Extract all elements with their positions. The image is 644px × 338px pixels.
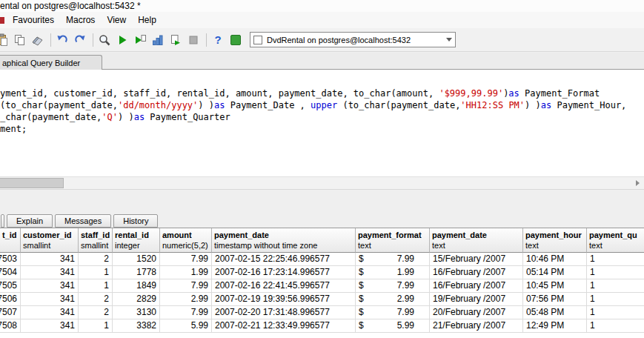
cell[interactable]: 341 [21,293,79,306]
cell[interactable]: 05:48 PM [523,306,587,319]
cell[interactable]: 1778 [113,266,160,279]
cell[interactable]: $7.99 [356,253,430,266]
cell[interactable]: 341 [21,279,79,293]
table-row[interactable]: 7503341215207.992007-02-15 22:25:46.9965… [0,253,644,266]
cell[interactable]: $1.99 [356,266,430,279]
cell[interactable]: 10:45 PM [523,279,587,293]
cancel-query-icon[interactable] [187,33,200,47]
cell[interactable]: $5.99 [356,319,430,333]
explain-query-icon[interactable] [151,33,165,47]
cell[interactable]: 1 [587,306,644,319]
cell[interactable]: 3130 [113,306,160,319]
cell[interactable]: 341 [21,319,79,333]
cell[interactable]: 1 [79,266,113,279]
menu-favourites[interactable]: Favourites [7,13,60,27]
scrollbar-thumb[interactable] [0,178,64,188]
cell[interactable]: 1 [587,279,644,293]
cell[interactable]: 7503 [0,253,21,266]
cell[interactable]: 1 [587,253,644,266]
cell[interactable]: 1 [587,293,644,306]
column-header-payment_date[interactable]: payment_datetext [430,228,523,253]
cell[interactable]: 2 [79,293,113,306]
cell[interactable]: 2.99 [160,293,212,306]
cell[interactable]: 05:14 PM [523,266,587,279]
cell[interactable]: 2007-02-19 19:39:56.996577 [212,293,356,306]
paste-icon[interactable] [0,33,9,47]
cell[interactable]: 7508 [0,319,21,333]
cell[interactable]: 2829 [113,293,160,306]
column-header-payment_format[interactable]: payment_formattext [356,228,430,253]
column-header-rental_id[interactable]: rental_idinteger [113,228,160,253]
column-header-payment_hour[interactable]: payment_hourtext [523,228,587,253]
execute-to-file-icon[interactable] [169,33,182,47]
copy-icon[interactable] [13,33,27,47]
column-header-payment_qu[interactable]: payment_qutext [587,228,644,253]
menu-help[interactable]: Help [132,13,162,27]
table-row[interactable]: 7504341117781.992007-02-16 17:23:14.9965… [0,266,644,279]
tab-messages[interactable]: Messages [55,214,111,228]
column-header-staff_id[interactable]: staff_idsmallint [79,228,113,253]
cell[interactable]: 19/February /2007 [430,293,523,306]
cell[interactable]: 1849 [113,279,160,293]
cell[interactable]: 07:56 PM [523,293,587,306]
cell[interactable]: 21/February /2007 [430,319,523,333]
cell[interactable]: 1 [587,266,644,279]
cell[interactable]: 1 [587,319,644,333]
editor-horizontal-scrollbar[interactable] [0,176,644,189]
cell[interactable]: 341 [21,266,79,279]
execute-pgscript-icon[interactable] [133,33,147,47]
column-header-customer_id[interactable]: customer_idsmallint [21,228,79,253]
cell[interactable]: 12:49 PM [523,319,587,333]
cell[interactable]: 1 [79,319,113,333]
cell[interactable]: 2 [79,253,113,266]
cell[interactable]: 1 [79,279,113,293]
cell[interactable]: 1.99 [160,266,212,279]
cell[interactable]: 20/February /2007 [430,306,523,319]
cell[interactable]: 3382 [113,319,160,333]
cell[interactable]: 2007-02-16 17:23:14.996577 [212,266,356,279]
cell[interactable]: 7505 [0,279,21,293]
cell[interactable]: 2007-02-15 22:25:46.996577 [212,253,356,266]
table-row[interactable]: 7505341118497.992007-02-16 22:41:45.9965… [0,279,644,293]
cell[interactable]: 1520 [113,253,160,266]
cell[interactable]: 2007-02-16 22:41:45.996577 [212,279,356,293]
cell[interactable]: 2007-02-20 17:31:48.996577 [212,306,356,319]
connection-combobox[interactable]: DvdRental on postgres@localhost:5432 [250,32,456,47]
table-row[interactable]: 7508341133825.992007-02-21 12:33:49.9965… [0,319,644,333]
cell[interactable]: 7504 [0,266,21,279]
cell[interactable]: 341 [21,306,79,319]
tab-data-output-clipped[interactable] [1,214,4,228]
cell[interactable]: 10:46 PM [523,253,587,266]
cell[interactable]: 2 [79,306,113,319]
column-header-amount[interactable]: amountnumeric(5,2) [160,228,212,253]
tab-explain[interactable]: Explain [7,214,53,228]
table-row[interactable]: 7507341231307.992007-02-20 17:31:48.9965… [0,306,644,319]
eraser-icon[interactable] [31,33,44,47]
redo-icon[interactable] [73,33,87,47]
menu-macros[interactable]: Macros [60,13,101,27]
cell[interactable]: $7.99 [356,306,430,319]
execute-query-icon[interactable] [116,33,129,47]
cell[interactable]: 341 [21,253,79,266]
cell[interactable]: 7.99 [160,253,212,266]
cell[interactable]: 16/February /2007 [430,279,523,293]
chevron-down-icon[interactable] [446,38,452,42]
cell[interactable]: $7.99 [356,279,430,293]
scrollbar-right-arrow[interactable] [631,177,644,189]
cell[interactable]: 7.99 [160,306,212,319]
column-header-payment_date[interactable]: payment_datetimestamp without time zone [212,228,356,253]
help-icon[interactable]: ? [211,33,225,47]
cell[interactable]: 2007-02-21 12:33:49.996577 [212,319,356,333]
find-icon[interactable] [98,33,111,47]
tab-history[interactable]: History [113,214,158,228]
sql-editor[interactable]: yment_id, customer_id, staff_id, rental_… [0,70,644,176]
menu-view[interactable]: View [101,13,132,27]
cell[interactable]: 5.99 [160,319,212,333]
cell[interactable]: 16/February /2007 [430,266,523,279]
tab-graphical-query-builder[interactable]: aphical Query Builder [0,55,102,70]
cell[interactable]: 7506 [0,293,21,306]
table-row[interactable]: 7506341228292.992007-02-19 19:39:56.9965… [0,293,644,306]
cell[interactable]: 7507 [0,306,21,319]
cell[interactable]: 15/February /2007 [430,253,523,266]
column-header-t_id[interactable]: t_id [0,228,21,253]
